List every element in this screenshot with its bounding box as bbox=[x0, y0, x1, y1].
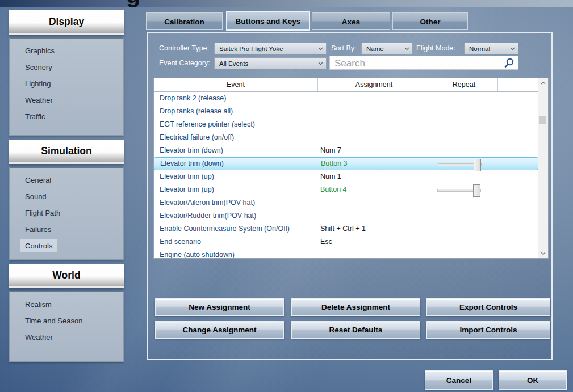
event-category-value: All Events bbox=[219, 58, 248, 70]
sort-by-dropdown[interactable]: Name bbox=[361, 43, 413, 54]
sidebar-group-simulation: General Sound Flight Path Failures Contr… bbox=[9, 167, 124, 260]
assignment-cell bbox=[318, 209, 430, 222]
tab-axes[interactable]: Axes bbox=[312, 12, 390, 30]
event-cell: Elevator/Rudder trim(POV hat) bbox=[154, 209, 318, 222]
sidebar-group-world: Realism Time and Season Weather bbox=[9, 291, 124, 362]
column-header-repeat[interactable]: Repeat bbox=[430, 78, 498, 91]
sidebar-item-failures[interactable]: Failures bbox=[10, 221, 123, 238]
sort-by-value: Name bbox=[366, 43, 384, 55]
sidebar-item-scenery[interactable]: Scenery bbox=[10, 59, 123, 75]
table-row[interactable]: Elevator/Rudder trim(POV hat) bbox=[154, 209, 538, 222]
event-table: Event Assignment Repeat Drop tank 2 (rel… bbox=[153, 78, 549, 259]
table-row[interactable]: Engine (auto shutdown) bbox=[154, 248, 538, 259]
new-assignment-button[interactable]: New Assignment bbox=[155, 298, 284, 316]
export-controls-button[interactable]: Export Controls bbox=[426, 298, 550, 316]
repeat-cell bbox=[430, 209, 498, 222]
flight-mode-label: Flight Mode: bbox=[416, 43, 455, 54]
assignment-cell: Shift + Ctrl + 1 bbox=[318, 222, 430, 235]
change-assignment-button[interactable]: Change Assignment bbox=[155, 321, 284, 339]
event-cell: Elevator trim (down) bbox=[154, 144, 318, 157]
search-input[interactable] bbox=[333, 57, 500, 70]
assignment-cell bbox=[318, 248, 430, 259]
sidebar-item-time-and-season[interactable]: Time and Season bbox=[10, 313, 123, 329]
clipped-title-text: g bbox=[126, 0, 140, 7]
settings-window: g Display Graphics Scenery Lighting Weat… bbox=[0, 0, 573, 392]
table-row[interactable]: Elevator/Aileron trim(POV hat) bbox=[154, 196, 538, 209]
table-row[interactable]: Electrical failure (on/off) bbox=[154, 131, 538, 144]
sidebar-section-display: Display bbox=[9, 10, 124, 35]
table-row[interactable]: Enable Countermeasure System (On/Off) Sh… bbox=[154, 222, 538, 235]
ok-button[interactable]: OK bbox=[499, 370, 567, 390]
event-cell: Elevator trim (up) bbox=[154, 183, 318, 196]
repeat-cell bbox=[430, 170, 498, 183]
tab-calibration[interactable]: Calibration bbox=[146, 12, 223, 30]
assignment-cell: Esc bbox=[318, 235, 430, 248]
sidebar-item-general[interactable]: General bbox=[10, 172, 123, 188]
event-cell: Elevator/Aileron trim(POV hat) bbox=[154, 196, 318, 209]
scrollbar-down-icon[interactable] bbox=[541, 252, 546, 255]
event-cell: Engine (auto shutdown) bbox=[154, 248, 318, 259]
table-row[interactable]: End scenario Esc bbox=[154, 235, 538, 248]
event-cell: Elevator trim (down) bbox=[154, 158, 319, 170]
table-rows: Drop tank 2 (release) Drop tanks (releas… bbox=[154, 92, 538, 258]
sidebar-item-graphics[interactable]: Graphics bbox=[10, 43, 123, 59]
sidebar-item-realism[interactable]: Realism bbox=[10, 296, 123, 313]
tab-other[interactable]: Other bbox=[392, 12, 468, 30]
sidebar-item-traffic[interactable]: Traffic bbox=[10, 108, 123, 125]
event-cell: Elevator trim (up) bbox=[154, 170, 318, 183]
column-header-assignment[interactable]: Assignment bbox=[318, 78, 430, 91]
sidebar-item-weather[interactable]: Weather bbox=[10, 92, 123, 108]
chevron-down-icon bbox=[318, 47, 323, 50]
assignment-cell: Button 4 bbox=[318, 183, 430, 196]
scrollbar-thumb[interactable] bbox=[539, 116, 546, 124]
table-header: Event Assignment Repeat bbox=[154, 78, 538, 92]
cancel-button[interactable]: Cancel bbox=[425, 370, 493, 390]
repeat-cell bbox=[430, 183, 498, 196]
event-cell: Enable Countermeasure System (On/Off) bbox=[154, 222, 318, 235]
scrollbar-up-icon[interactable] bbox=[541, 81, 546, 85]
event-cell: Drop tank 2 (release) bbox=[154, 92, 318, 105]
slider-thumb[interactable] bbox=[474, 159, 481, 171]
sidebar: Display Graphics Scenery Lighting Weathe… bbox=[9, 10, 124, 362]
sidebar-section-world: World bbox=[9, 264, 124, 288]
table-row[interactable]: Drop tanks (release all) bbox=[154, 105, 538, 118]
event-category-label: Event Category: bbox=[159, 57, 210, 69]
sidebar-item-weather-world[interactable]: Weather bbox=[10, 329, 123, 345]
repeat-cell bbox=[430, 222, 498, 235]
chevron-down-icon bbox=[318, 62, 323, 65]
search-icon[interactable] bbox=[504, 58, 515, 69]
repeat-slider[interactable] bbox=[438, 163, 482, 166]
repeat-cell bbox=[430, 118, 498, 131]
repeat-cell bbox=[430, 144, 498, 157]
sidebar-item-flight-path[interactable]: Flight Path bbox=[10, 205, 123, 221]
chevron-down-icon bbox=[404, 47, 409, 50]
sidebar-item-sound[interactable]: Sound bbox=[10, 188, 123, 205]
table-row[interactable]: Elevator trim (up) Button 4 bbox=[154, 183, 538, 196]
column-header-event[interactable]: Event bbox=[154, 78, 318, 91]
table-row[interactable]: Elevator trim (down) Num 7 bbox=[154, 144, 538, 157]
assignment-cell: Num 1 bbox=[318, 170, 430, 183]
import-controls-button[interactable]: Import Controls bbox=[426, 321, 550, 339]
sidebar-section-simulation: Simulation bbox=[9, 140, 124, 164]
sidebar-item-controls[interactable]: Controls bbox=[10, 238, 123, 254]
search-box bbox=[329, 56, 518, 70]
assignment-cell bbox=[318, 105, 430, 118]
reset-defaults-button[interactable]: Reset Defaults bbox=[291, 321, 420, 339]
sidebar-group-display: Graphics Scenery Lighting Weather Traffi… bbox=[9, 37, 124, 136]
controller-type-dropdown[interactable]: Saitek Pro Flight Yoke bbox=[214, 43, 327, 54]
tab-buttons-and-keys[interactable]: Buttons and Keys bbox=[226, 11, 310, 31]
repeat-slider[interactable] bbox=[437, 189, 481, 192]
event-category-dropdown[interactable]: All Events bbox=[214, 57, 327, 69]
table-row[interactable]: Elevator trim (up) Num 1 bbox=[154, 170, 538, 183]
delete-assignment-button[interactable]: Delete Assignment bbox=[291, 298, 420, 316]
repeat-cell bbox=[430, 196, 498, 209]
flight-mode-dropdown[interactable]: Normal bbox=[464, 43, 518, 54]
vertical-scrollbar[interactable] bbox=[538, 78, 548, 258]
assignment-cell bbox=[318, 131, 430, 144]
table-row-selected[interactable]: Elevator trim (down) Button 3 bbox=[154, 157, 538, 170]
table-row[interactable]: EGT reference pointer (select) bbox=[154, 118, 538, 131]
event-cell: End scenario bbox=[154, 235, 318, 248]
table-row[interactable]: Drop tank 2 (release) bbox=[154, 92, 538, 105]
sidebar-item-lighting[interactable]: Lighting bbox=[10, 75, 123, 92]
slider-thumb[interactable] bbox=[473, 184, 480, 197]
